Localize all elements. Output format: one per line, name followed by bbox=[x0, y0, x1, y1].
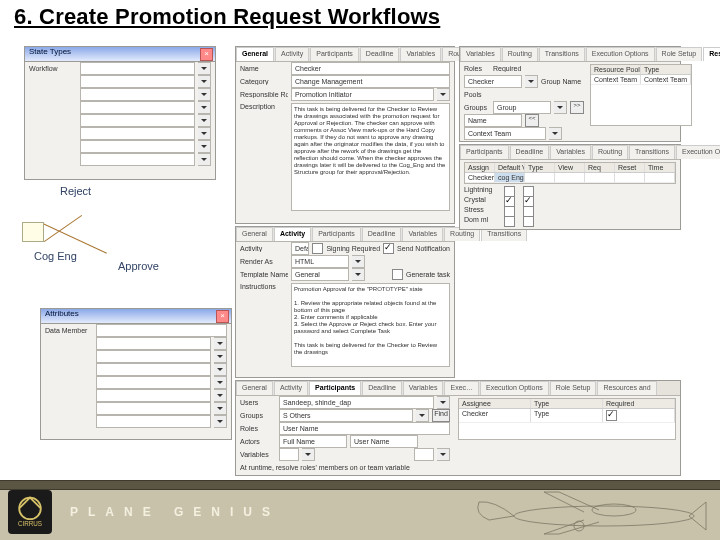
general-panel: General Activity Participants Deadline V… bbox=[235, 46, 455, 224]
tab-general[interactable]: General bbox=[236, 47, 274, 61]
activity-panel: General Activity Participants Deadline V… bbox=[235, 226, 455, 378]
workflow-node[interactable] bbox=[22, 222, 44, 242]
table-row[interactable]: Context TeamContext Team bbox=[591, 75, 691, 85]
render-select[interactable]: HTML bbox=[291, 255, 349, 268]
add-button[interactable]: >> bbox=[570, 101, 584, 114]
category-input[interactable]: Change Management bbox=[291, 75, 450, 88]
tab-resources-pool[interactable]: Resources Pool bbox=[703, 47, 720, 61]
responsible-role-input[interactable]: Promotion Initiator bbox=[291, 88, 434, 101]
resource-pool-table: Resource PoolType Context TeamContext Te… bbox=[590, 64, 692, 126]
send-notification-checkbox[interactable] bbox=[383, 243, 394, 254]
find-button[interactable]: Find bbox=[432, 409, 450, 422]
groups-input[interactable]: S Others bbox=[279, 409, 413, 422]
description-textarea[interactable]: This task is being delivered for the Che… bbox=[291, 103, 450, 211]
roles-input[interactable]: User Name bbox=[279, 422, 450, 435]
slide-title: 6. Create Promotion Request Workflows bbox=[14, 4, 440, 30]
name-input[interactable]: Checker bbox=[291, 62, 450, 75]
assign-table: AssignDefault VTypeViewReqResetTime Chec… bbox=[464, 162, 676, 184]
cirrus-logo: CIRRUS bbox=[8, 490, 52, 534]
required-checkbox[interactable] bbox=[606, 410, 617, 421]
brand-text: PLANE GENIUS bbox=[70, 505, 280, 519]
tab-activity[interactable]: Activity bbox=[275, 47, 309, 61]
tab-participants[interactable]: Participants bbox=[309, 381, 361, 395]
svg-text:CIRRUS: CIRRUS bbox=[18, 520, 42, 527]
resources-pool-panel: Variables Routing Transitions Execution … bbox=[459, 46, 681, 142]
reject-label: Reject bbox=[60, 185, 91, 197]
table-row[interactable]: CheckerType bbox=[459, 409, 675, 423]
signing-required-checkbox[interactable] bbox=[312, 243, 323, 254]
remove-button[interactable]: << bbox=[525, 114, 539, 127]
panel-header: Attributes× bbox=[41, 309, 231, 324]
participants-tabs: General Activity Participants Deadline V… bbox=[236, 381, 680, 396]
svg-point-0 bbox=[19, 498, 41, 520]
assignee-table: AssigneeTypeRequired CheckerType bbox=[458, 398, 676, 440]
close-icon[interactable]: × bbox=[216, 310, 229, 323]
state-types-panel: State Types× Workflow bbox=[24, 46, 216, 180]
template-select[interactable]: General bbox=[291, 268, 349, 281]
role-setup-panel: Participants Deadline Variables Routing … bbox=[459, 144, 681, 230]
resources-tabs: Variables Routing Transitions Execution … bbox=[460, 47, 680, 62]
users-input[interactable]: Sandeep, shinde_dap bbox=[279, 396, 434, 409]
activity-input[interactable]: Default bbox=[291, 242, 309, 255]
footer-band bbox=[0, 480, 720, 490]
general-tabs: General Activity Participants Deadline V… bbox=[236, 47, 454, 62]
role-setup-tabs: Participants Deadline Variables Routing … bbox=[460, 145, 680, 160]
instructions-textarea[interactable]: Promotion Approval for the "PROTOTYPE" s… bbox=[291, 283, 450, 367]
cogeng-label: Cog Eng bbox=[34, 250, 77, 262]
dropdown-icon[interactable] bbox=[198, 62, 211, 75]
tab-participants[interactable]: Participants bbox=[310, 47, 359, 61]
footer: CIRRUS PLANE GENIUS bbox=[0, 480, 720, 540]
workflow-diagram: Reject Cog Eng Approve bbox=[10, 180, 220, 310]
approve-label: Approve bbox=[118, 260, 159, 272]
table-row[interactable]: Checker Namecog Eng bbox=[465, 173, 675, 183]
close-icon[interactable]: × bbox=[200, 48, 213, 61]
attributes-panel: Attributes× Data Member bbox=[40, 308, 232, 440]
runtime-notice: At runtime, resolve roles' members on or… bbox=[236, 462, 680, 473]
participants-panel: General Activity Participants Deadline V… bbox=[235, 380, 681, 476]
workflow-field[interactable] bbox=[80, 62, 195, 75]
tab-variables[interactable]: Variables bbox=[400, 47, 441, 61]
activity-tabs: General Activity Participants Deadline V… bbox=[236, 227, 454, 242]
roles-select[interactable]: Checker bbox=[464, 75, 522, 88]
tab-activity[interactable]: Activity bbox=[274, 227, 311, 241]
panel-header: State Types× bbox=[25, 47, 215, 62]
svg-point-2 bbox=[514, 506, 694, 526]
attribute-field[interactable] bbox=[96, 324, 227, 337]
airplane-drawing-icon bbox=[434, 490, 714, 536]
generate-task-checkbox[interactable] bbox=[392, 269, 403, 280]
tab-deadline[interactable]: Deadline bbox=[360, 47, 400, 61]
